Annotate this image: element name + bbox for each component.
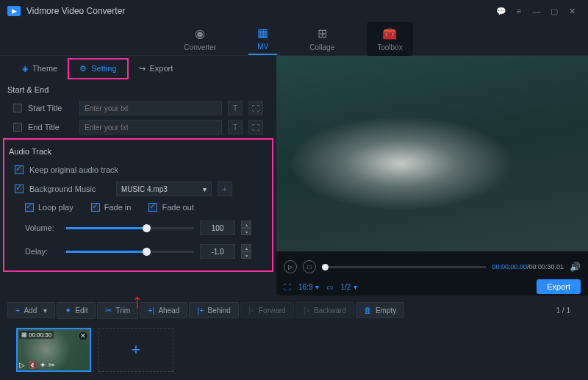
- feedback-icon[interactable]: 💬: [492, 2, 510, 20]
- end-title-input[interactable]: [79, 120, 222, 135]
- delay-stepper[interactable]: ▴▾: [241, 244, 251, 259]
- settings-panel: ◈ Theme ⚙ Setting ↪ Export Start & End S…: [0, 56, 276, 295]
- end-title-checkbox[interactable]: [13, 123, 22, 132]
- subtab-theme[interactable]: ◈ Theme: [12, 60, 68, 78]
- video-preview[interactable]: [276, 56, 588, 251]
- progress-bar[interactable]: [322, 266, 486, 268]
- chevron-down-icon: ▾: [203, 185, 207, 193]
- bg-music-checkbox[interactable]: [15, 184, 24, 193]
- chevron-down-icon: ▾: [315, 283, 319, 291]
- backward-icon: |>: [304, 306, 310, 315]
- forward-button[interactable]: |<Forward: [240, 302, 294, 318]
- tab-toolbox[interactable]: 🧰 Toolbox: [367, 22, 412, 56]
- close-button[interactable]: ✕: [563, 2, 581, 20]
- subtab-setting[interactable]: ⚙ Setting: [68, 58, 128, 79]
- wand-icon: ✦: [65, 306, 71, 315]
- start-title-checkbox[interactable]: [13, 104, 22, 112]
- gear-icon: ⚙: [79, 64, 87, 74]
- delay-row: Delay: -1.0 ▴▾: [4, 240, 272, 263]
- clip-play-icon[interactable]: ▷: [19, 361, 25, 369]
- page-indicator: 1 / 1: [556, 306, 581, 315]
- clip-mute-icon[interactable]: 🔇: [28, 361, 37, 369]
- bg-music-filename: MUSIC 4.mp3: [121, 185, 168, 193]
- main-tabs: ◉ Converter ▦ MV ⊞ Collage 🧰 Toolbox: [0, 22, 588, 56]
- behind-icon: |+: [197, 306, 204, 315]
- chevron-down-icon: ▾: [354, 283, 357, 291]
- keep-original-label: Keep original audio track: [29, 165, 118, 174]
- clip-toolbar: +Add▾ ✦Edit ✂Trim +|Ahead |+Behind |<For…: [0, 298, 588, 322]
- sub-tabs: ◈ Theme ⚙ Setting ↪ Export: [0, 56, 276, 81]
- clip-tray: ▦00:00:30 ✕ ▷ 🔇 ✦ ✂ +: [0, 322, 588, 375]
- maximize-button[interactable]: ▢: [545, 2, 563, 20]
- start-title-input[interactable]: [79, 101, 222, 115]
- annotation-arrow-icon: ↑: [132, 290, 143, 313]
- start-end-heading: Start & End: [0, 81, 276, 98]
- behind-button[interactable]: |+Behind: [189, 302, 238, 318]
- aspect-icon: ⛶: [284, 283, 291, 291]
- tab-collage[interactable]: ⊞ Collage: [301, 24, 343, 54]
- tab-converter-label: Converter: [184, 43, 216, 51]
- empty-button[interactable]: 🗑Empty: [356, 302, 404, 318]
- aspect-ratio-dropdown[interactable]: 16:9▾: [298, 283, 319, 291]
- add-button[interactable]: +Add▾: [7, 302, 55, 318]
- volume-stepper[interactable]: ▴▾: [241, 221, 251, 235]
- preview-panel: ▷ □ 00:00:00.00/00:00:30.01 🔊 ⛶ 16:9▾ ▭ …: [276, 56, 588, 295]
- volume-label: Volume:: [25, 223, 60, 232]
- start-title-font-button[interactable]: T: [228, 101, 243, 115]
- clip-trim-icon[interactable]: ✂: [49, 361, 54, 369]
- volume-row: Volume: 100 ▴▾: [4, 216, 272, 240]
- preview-bottom-controls: ⛶ 16:9▾ ▭ 1/2▾ Export: [276, 278, 588, 295]
- start-title-expand-button[interactable]: ⛶: [248, 101, 263, 115]
- audio-track-heading: Audio Track: [4, 143, 272, 160]
- end-title-label: End Title: [28, 123, 74, 132]
- delay-value[interactable]: -1.0: [200, 244, 235, 259]
- tab-mv[interactable]: ▦ MV: [248, 23, 277, 55]
- theme-icon: ◈: [22, 64, 28, 74]
- collage-icon: ⊞: [318, 26, 327, 40]
- stop-button[interactable]: □: [303, 260, 316, 273]
- ahead-icon: +|: [148, 306, 154, 315]
- add-music-button[interactable]: +: [218, 182, 232, 196]
- keep-original-checkbox[interactable]: [15, 165, 24, 174]
- play-button[interactable]: ▷: [284, 260, 297, 273]
- end-title-font-button[interactable]: T: [228, 120, 243, 135]
- delay-slider[interactable]: [66, 251, 194, 253]
- clip-actions: ▷ 🔇 ✦ ✂: [19, 361, 54, 369]
- subtab-setting-label: Setting: [91, 64, 116, 73]
- menu-icon[interactable]: ≡: [510, 2, 528, 20]
- ahead-button[interactable]: +|Ahead: [140, 302, 187, 318]
- fadeout-checkbox[interactable]: [148, 203, 157, 212]
- volume-value[interactable]: 100: [200, 221, 235, 235]
- bg-music-dropdown[interactable]: MUSIC 4.mp3 ▾: [116, 182, 212, 196]
- titlebar: ▶ Vidmore Video Converter 💬 ≡ — ▢ ✕: [0, 0, 588, 22]
- fadein-checkbox[interactable]: [91, 203, 100, 212]
- sound-icon[interactable]: 🔊: [570, 262, 581, 272]
- plus-icon: +: [15, 306, 20, 315]
- tab-converter[interactable]: ◉ Converter: [175, 24, 225, 54]
- app-logo-icon: ▶: [7, 6, 21, 16]
- backward-button[interactable]: |>Backward: [295, 302, 354, 318]
- split-dropdown[interactable]: 1/2▾: [340, 283, 357, 291]
- clip-remove-button[interactable]: ✕: [78, 331, 88, 341]
- mv-icon: ▦: [257, 26, 268, 40]
- minimize-button[interactable]: —: [528, 2, 545, 20]
- fadein-label: Fade in: [104, 203, 132, 212]
- volume-slider[interactable]: [66, 227, 194, 229]
- bg-music-label: Background Music: [29, 184, 110, 193]
- clip-edit-icon[interactable]: ✦: [40, 361, 46, 369]
- start-title-label: Start Title: [28, 104, 74, 112]
- add-clip-slot[interactable]: +: [98, 328, 173, 372]
- subtab-export[interactable]: ↪ Export: [129, 60, 184, 78]
- forward-icon: |<: [248, 306, 255, 315]
- timecode: 00:00:00.00/00:00:30.01: [492, 263, 564, 270]
- playback-controls: ▷ □ 00:00:00.00/00:00:30.01 🔊: [276, 256, 588, 278]
- end-title-expand-button[interactable]: ⛶: [248, 120, 263, 135]
- edit-button[interactable]: ✦Edit: [57, 302, 96, 319]
- keep-original-row: Keep original audio track: [4, 160, 272, 179]
- audio-track-section: Audio Track Keep original audio track Ba…: [3, 138, 273, 272]
- start-title-row: Start Title T ⛶: [0, 98, 276, 118]
- loop-checkbox[interactable]: [25, 203, 34, 212]
- export-button[interactable]: Export: [537, 279, 581, 294]
- clip-thumbnail[interactable]: ▦00:00:30 ✕ ▷ 🔇 ✦ ✂: [16, 328, 91, 372]
- end-title-row: End Title T ⛶: [0, 118, 276, 137]
